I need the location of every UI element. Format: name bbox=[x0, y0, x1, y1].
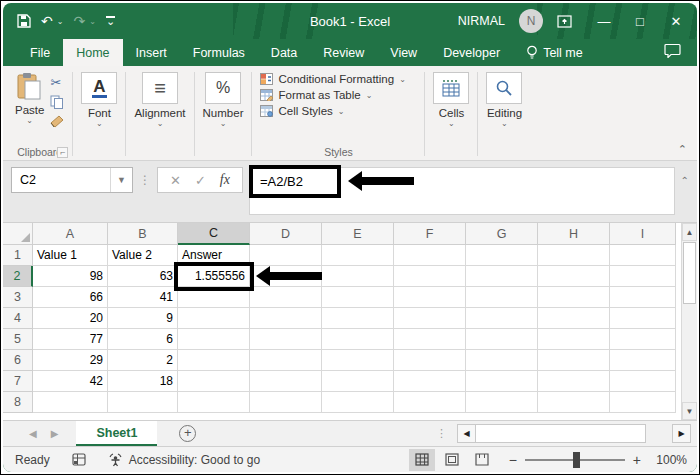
cell-I6[interactable] bbox=[610, 350, 676, 371]
cell-E5[interactable] bbox=[322, 329, 394, 350]
row-header-1[interactable]: 1 bbox=[3, 245, 33, 266]
cell-G3[interactable] bbox=[466, 287, 538, 308]
macro-record-icon[interactable] bbox=[72, 453, 86, 466]
format-as-table-button[interactable]: Format as Table⌄ bbox=[260, 89, 372, 101]
cell-C7[interactable] bbox=[178, 371, 250, 392]
clipboard-dialog-launcher-icon[interactable]: ⌐ bbox=[57, 147, 68, 158]
alignment-button[interactable]: ≡ Alignment ⌄ bbox=[134, 72, 185, 128]
scroll-down-icon[interactable]: ▼ bbox=[682, 402, 697, 420]
cell-G5[interactable] bbox=[466, 329, 538, 350]
cell-E2[interactable] bbox=[322, 266, 394, 287]
cell-I3[interactable] bbox=[610, 287, 676, 308]
cell-F6[interactable] bbox=[394, 350, 466, 371]
cell-A7[interactable]: 42 bbox=[33, 371, 108, 392]
cell-E3[interactable] bbox=[322, 287, 394, 308]
column-header-c[interactable]: C bbox=[178, 223, 250, 245]
column-header-e[interactable]: E bbox=[322, 223, 394, 245]
cell-A6[interactable]: 29 bbox=[33, 350, 108, 371]
editing-button[interactable]: Editing ⌄ bbox=[486, 72, 522, 128]
cell-I2[interactable] bbox=[610, 266, 676, 287]
select-all-button[interactable] bbox=[3, 223, 33, 245]
cell-C2[interactable]: 1.555556 bbox=[178, 266, 250, 287]
cell-G4[interactable] bbox=[466, 308, 538, 329]
tab-view[interactable]: View bbox=[377, 39, 430, 66]
row-header-8[interactable]: 8 bbox=[3, 392, 33, 413]
zoom-slider-handle[interactable] bbox=[573, 452, 580, 468]
zoom-out-icon[interactable]: − bbox=[509, 452, 517, 468]
vertical-scrollbar[interactable]: ▲ ▼ bbox=[681, 223, 697, 420]
tab-developer[interactable]: Developer bbox=[430, 39, 513, 66]
customize-quick-access-icon[interactable]: ⌄ bbox=[106, 16, 115, 26]
cell-B6[interactable]: 2 bbox=[108, 350, 178, 371]
cell-E7[interactable] bbox=[322, 371, 394, 392]
cell-A4[interactable]: 20 bbox=[33, 308, 108, 329]
zoom-level[interactable]: 100% bbox=[649, 453, 687, 467]
cell-H1[interactable] bbox=[538, 245, 610, 266]
comments-icon[interactable] bbox=[664, 43, 681, 58]
cell-F5[interactable] bbox=[394, 329, 466, 350]
cell-E4[interactable] bbox=[322, 308, 394, 329]
column-header-d[interactable]: D bbox=[250, 223, 322, 245]
cancel-icon[interactable]: ✕ bbox=[170, 173, 181, 188]
horizontal-scroll-thumb[interactable] bbox=[476, 424, 646, 443]
paste-button[interactable]: Paste ⌄ bbox=[15, 72, 44, 125]
cell-H5[interactable] bbox=[538, 329, 610, 350]
column-header-g[interactable]: G bbox=[466, 223, 538, 245]
cells-button[interactable]: Cells ⌄ bbox=[433, 72, 469, 128]
scroll-up-icon[interactable]: ▲ bbox=[682, 223, 697, 241]
cell-F2[interactable] bbox=[394, 266, 466, 287]
cell-C4[interactable] bbox=[178, 308, 250, 329]
undo-icon[interactable]: ↶ bbox=[41, 14, 53, 28]
tab-review[interactable]: Review bbox=[310, 39, 377, 66]
cell-H7[interactable] bbox=[538, 371, 610, 392]
cell-E1[interactable] bbox=[322, 245, 394, 266]
cell-B1[interactable]: Value 2 bbox=[108, 245, 178, 266]
cell-D2[interactable] bbox=[250, 266, 322, 287]
cell-A1[interactable]: Value 1 bbox=[33, 245, 108, 266]
column-header-i[interactable]: I bbox=[610, 223, 676, 245]
maximize-button[interactable]: □ bbox=[629, 14, 651, 29]
close-button[interactable]: ✕ bbox=[665, 14, 687, 29]
cell-C3[interactable] bbox=[178, 287, 250, 308]
cell-B3[interactable]: 41 bbox=[108, 287, 178, 308]
cut-icon[interactable]: ✂ bbox=[50, 76, 64, 89]
cell-C1[interactable]: Answer bbox=[178, 245, 250, 266]
cell-H6[interactable] bbox=[538, 350, 610, 371]
cell-D8[interactable] bbox=[250, 392, 322, 413]
column-header-b[interactable]: B bbox=[108, 223, 178, 245]
cell-D4[interactable] bbox=[250, 308, 322, 329]
redo-dropdown-icon[interactable]: ⌄ bbox=[89, 17, 96, 26]
redo-icon[interactable]: ↷ bbox=[73, 14, 85, 28]
row-header-4[interactable]: 4 bbox=[3, 308, 33, 329]
cell-D5[interactable] bbox=[250, 329, 322, 350]
scroll-right-icon[interactable]: ▶ bbox=[672, 424, 691, 443]
conditional-formatting-button[interactable]: Conditional Formatting⌄ bbox=[260, 73, 405, 85]
tab-file[interactable]: File bbox=[17, 39, 63, 66]
row-header-2[interactable]: 2 bbox=[3, 266, 33, 287]
cell-B2[interactable]: 63 bbox=[108, 266, 178, 287]
column-header-a[interactable]: A bbox=[33, 223, 108, 245]
cell-F4[interactable] bbox=[394, 308, 466, 329]
prev-sheet-icon[interactable]: ◀ bbox=[29, 428, 37, 439]
font-button[interactable]: A Font ⌄ bbox=[81, 72, 117, 128]
cell-C5[interactable] bbox=[178, 329, 250, 350]
next-sheet-icon[interactable]: ▶ bbox=[51, 428, 59, 439]
cell-D1[interactable] bbox=[250, 245, 322, 266]
cell-D7[interactable] bbox=[250, 371, 322, 392]
avatar[interactable]: N bbox=[519, 9, 543, 33]
cell-F3[interactable] bbox=[394, 287, 466, 308]
tab-data[interactable]: Data bbox=[258, 39, 310, 66]
cell-B8[interactable] bbox=[108, 392, 178, 413]
scroll-left-icon[interactable]: ◀ bbox=[457, 424, 476, 443]
user-name[interactable]: NIRMAL bbox=[458, 14, 505, 28]
tab-formulas[interactable]: Formulas bbox=[180, 39, 258, 66]
accessibility-status[interactable]: Accessibility: Good to go bbox=[108, 453, 260, 467]
tab-home[interactable]: Home bbox=[63, 39, 122, 66]
zoom-in-icon[interactable]: + bbox=[633, 452, 641, 468]
sheet-tab-sheet1[interactable]: Sheet1 bbox=[76, 421, 157, 446]
tab-bar-splitter[interactable]: ⋮ bbox=[436, 421, 447, 446]
page-layout-view-button[interactable] bbox=[439, 449, 465, 471]
cell-B5[interactable]: 6 bbox=[108, 329, 178, 350]
cell-E8[interactable] bbox=[322, 392, 394, 413]
cell-A2[interactable]: 98 bbox=[33, 266, 108, 287]
